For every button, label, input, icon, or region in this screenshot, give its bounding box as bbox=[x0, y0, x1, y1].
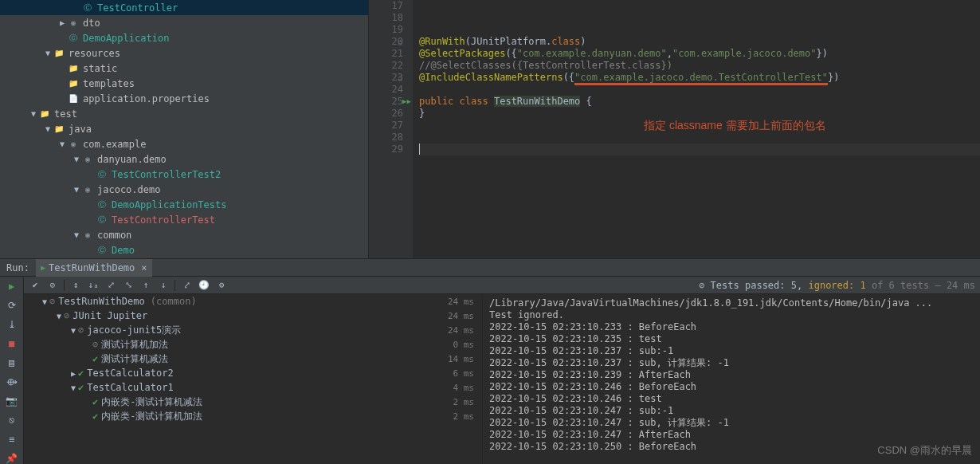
tree-item[interactable]: ⒸTestController bbox=[0, 0, 368, 15]
tree-item-label: common bbox=[97, 230, 131, 241]
tree-item[interactable]: ⒸTestControllerTest2 bbox=[0, 167, 368, 182]
tree-item-label: TestControllerTest2 bbox=[112, 169, 221, 180]
test-label: jacoco-junit5演示 bbox=[87, 324, 448, 337]
show-ignored-icon[interactable]: ⊘ bbox=[46, 279, 59, 292]
editor-gutter: 17 18 19 20⊟ 21 22 23⊟ 24 25▶▶ 26 27 28 … bbox=[369, 0, 413, 258]
tree-item[interactable]: ▼◉danyuan.demo bbox=[0, 151, 368, 167]
pin-icon[interactable]: ⟴ bbox=[6, 376, 18, 388]
tree-item[interactable]: ⒸDemoApplication bbox=[0, 30, 368, 45]
tree-twisty[interactable]: ▶ bbox=[57, 18, 67, 27]
test-twisty[interactable]: ▼ bbox=[40, 297, 49, 306]
watermark: CSDN @雨水的早晨 bbox=[877, 443, 972, 458]
tree-twisty[interactable]: ▼ bbox=[43, 124, 53, 133]
test-time: 0 ms bbox=[453, 340, 483, 350]
pin2-icon[interactable]: 📌 bbox=[6, 452, 18, 464]
tree-twisty[interactable]: ▼ bbox=[43, 49, 53, 57]
collapse-icon[interactable]: ⤡ bbox=[122, 279, 135, 292]
gear-icon[interactable]: ⚙ bbox=[215, 279, 228, 292]
stop-icon[interactable]: ■ bbox=[6, 337, 18, 350]
test-twisty[interactable]: ▼ bbox=[69, 326, 78, 335]
run-panel-header: Run: ▶ TestRunWithDemo × bbox=[0, 258, 980, 277]
prev-icon[interactable]: ↑ bbox=[139, 279, 152, 292]
tree-item[interactable]: ▼◉jacoco.demo bbox=[0, 182, 368, 197]
next-icon[interactable]: ↓ bbox=[157, 279, 170, 292]
test-time: 2 ms bbox=[453, 411, 483, 422]
test-twisty[interactable]: ▼ bbox=[69, 383, 78, 392]
test-time: 24 ms bbox=[448, 311, 482, 321]
tree-item[interactable]: ⒸDemo bbox=[0, 242, 368, 258]
sort-alpha-icon[interactable]: ↓ₐ bbox=[87, 279, 100, 292]
sort-icon[interactable]: ↕ bbox=[69, 279, 82, 292]
tree-item-label: java bbox=[69, 124, 92, 135]
tree-item-label: resources bbox=[69, 48, 120, 59]
project-tree[interactable]: ⒸTestController▶◉dtoⒸDemoApplication▼📁re… bbox=[0, 0, 369, 258]
test-row[interactable]: ⊘测试计算机加法0 ms bbox=[24, 337, 482, 352]
tree-item-label: danyuan.demo bbox=[97, 154, 167, 165]
console-output[interactable]: /Library/Java/JavaVirtualMachines/jdk1.8… bbox=[482, 294, 980, 464]
test-label: TestRunWithDemo (common) bbox=[58, 296, 448, 307]
editor-inline-annotation: 指定 classname 需要加上前面的包名 bbox=[644, 120, 826, 132]
tree-item[interactable]: ▶◉dto bbox=[0, 15, 368, 30]
test-row[interactable]: ▼ ⊘JUnit Jupiter24 ms bbox=[24, 309, 482, 323]
tree-item[interactable]: ▼◉common bbox=[0, 227, 368, 242]
export-icon[interactable]: ⤤ bbox=[180, 279, 193, 292]
tree-twisty[interactable]: ▼ bbox=[57, 140, 67, 148]
test-row[interactable]: ✔内嵌类-测试计算机减法2 ms bbox=[24, 395, 482, 409]
test-twisty[interactable]: ▶ bbox=[69, 369, 78, 378]
console-line: 2022-10-15 02:23:10.239 : AfterEach bbox=[489, 369, 974, 381]
test-twisty[interactable]: ▼ bbox=[54, 312, 64, 320]
tree-item-label: DemoApplication bbox=[83, 33, 169, 44]
tree-item[interactable]: 📁templates bbox=[0, 76, 368, 91]
tree-item[interactable]: ▼📁resources bbox=[0, 45, 368, 61]
tree-item[interactable]: ▼📁test bbox=[0, 106, 368, 121]
tree-item-label: Demo bbox=[112, 245, 135, 256]
tree-twisty[interactable]: ▼ bbox=[29, 109, 38, 118]
exit-icon[interactable]: ⎋ bbox=[6, 414, 18, 427]
tree-item[interactable]: ⒸTestControllerTest bbox=[0, 212, 368, 227]
tree-item-label: templates bbox=[83, 78, 135, 89]
camera-icon[interactable]: 📷 bbox=[6, 395, 18, 407]
history-icon[interactable]: 🕘 bbox=[198, 279, 210, 292]
test-time: 24 ms bbox=[448, 325, 482, 336]
close-icon[interactable]: × bbox=[141, 262, 147, 273]
code-editor[interactable]: 17 18 19 20⊟ 21 22 23⊟ 24 25▶▶ 26 27 28 … bbox=[369, 0, 980, 258]
tree-twisty[interactable]: ▼ bbox=[72, 185, 81, 194]
tree-twisty[interactable]: ▼ bbox=[72, 230, 81, 239]
rerun-icon[interactable]: ▶ bbox=[6, 280, 18, 293]
dump-icon[interactable]: ≡ bbox=[6, 433, 18, 446]
tree-item-label: jacoco.demo bbox=[97, 184, 160, 195]
test-time: 24 ms bbox=[448, 297, 482, 307]
tree-item-label: TestController bbox=[97, 2, 178, 14]
tree-item[interactable]: 📁static bbox=[0, 61, 368, 76]
run-config-tab[interactable]: ▶ TestRunWithDemo × bbox=[36, 259, 152, 277]
test-row[interactable]: ✔内嵌类-测试计算机加法2 ms bbox=[24, 409, 482, 423]
console-line: 2022-10-15 02:23:10.247 : AfterEach bbox=[489, 429, 974, 441]
test-label: 内嵌类-测试计算机减法 bbox=[101, 395, 453, 409]
test-row[interactable]: ▶ ✔TestCalculator26 ms bbox=[24, 366, 482, 380]
test-row[interactable]: ✔测试计算机减法14 ms bbox=[24, 352, 482, 366]
tree-item-label: test bbox=[54, 108, 77, 120]
tree-item[interactable]: 📄application.properties bbox=[0, 91, 368, 106]
tree-item[interactable]: ▼📁java bbox=[0, 121, 368, 136]
test-row[interactable]: ▼ ✔TestCalculator14 ms bbox=[24, 380, 482, 395]
tree-item-label: application.properties bbox=[83, 93, 210, 104]
test-row[interactable]: ▼ ⊘TestRunWithDemo (common)24 ms bbox=[24, 294, 482, 309]
run-gutter-icon[interactable]: ▶▶ bbox=[402, 96, 411, 108]
console-line: 2022-10-15 02:23:10.247 : sub:-1 bbox=[489, 405, 974, 417]
tree-item[interactable]: ⒸDemoApplicationTests bbox=[0, 197, 368, 212]
show-passed-icon[interactable]: ✔ bbox=[29, 279, 41, 292]
test-time: 2 ms bbox=[453, 397, 483, 407]
layout-icon[interactable]: ▤ bbox=[6, 356, 18, 369]
tree-twisty[interactable]: ▼ bbox=[72, 155, 81, 163]
run-tab-name: TestRunWithDemo bbox=[49, 262, 135, 273]
test-row[interactable]: ▼ ⊘jacoco-junit5演示24 ms bbox=[24, 323, 482, 337]
tree-item-label: static bbox=[83, 63, 117, 74]
test-results-tree[interactable]: ▼ ⊘TestRunWithDemo (common)24 ms▼ ⊘JUnit… bbox=[24, 294, 482, 464]
tree-item[interactable]: ▼◉com.example bbox=[0, 136, 368, 151]
editor-content[interactable]: @RunWith(JUnitPlatform.class) @SelectPac… bbox=[413, 0, 980, 258]
rerun-failed-icon[interactable]: ⟳ bbox=[6, 299, 18, 312]
expand-icon[interactable]: ⤢ bbox=[104, 279, 117, 292]
test-time: 14 ms bbox=[448, 354, 482, 364]
console-line: 2022-10-15 02:23:10.237 : sub, 计算结果: -1 bbox=[489, 357, 974, 369]
toggle-auto-icon[interactable]: ⤓ bbox=[6, 318, 18, 331]
